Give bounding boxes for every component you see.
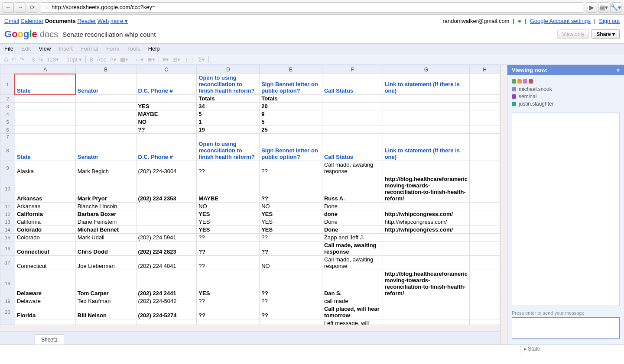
cell[interactable] <box>75 110 136 118</box>
cell[interactable]: ?? <box>260 161 322 175</box>
cell[interactable]: (202) 224 2353 <box>136 175 197 203</box>
spreadsheet-grid[interactable]: ABCDEFGH1StateSenatorD.C. Phone #Open to… <box>0 65 500 325</box>
cell[interactable]: ?? <box>197 319 260 325</box>
cell[interactable] <box>15 110 75 118</box>
cell[interactable]: Open to using reconciliation to finish h… <box>197 74 260 95</box>
cell[interactable]: State <box>15 74 75 95</box>
cell[interactable]: ?? <box>197 161 260 175</box>
cell[interactable]: (202) 224-5042 <box>136 297 197 305</box>
cell[interactable] <box>136 226 197 234</box>
cell[interactable] <box>15 103 75 110</box>
document-title[interactable]: Senate reconciliation whip count <box>62 31 156 38</box>
cell[interactable]: Sign Bennet letter on public option? <box>260 74 322 95</box>
chat-input[interactable] <box>512 317 620 339</box>
cell[interactable] <box>383 134 469 140</box>
page-menu-button[interactable]: ▤▾ <box>598 2 609 13</box>
cell[interactable]: Sign Bennet letter on public option? <box>260 140 322 161</box>
cell[interactable] <box>75 95 136 103</box>
cell[interactable]: Mark Pryor <box>75 175 136 203</box>
cell[interactable] <box>383 110 469 118</box>
cell[interactable] <box>470 74 500 95</box>
cell[interactable]: Call made, awaiting response <box>322 256 383 270</box>
back-button[interactable]: ← <box>3 2 14 13</box>
cell[interactable] <box>383 118 469 126</box>
cell[interactable] <box>136 95 197 103</box>
reload-button[interactable]: ⟳ <box>27 2 38 13</box>
cell[interactable]: NO <box>136 118 197 126</box>
cell[interactable] <box>75 118 136 126</box>
google-docs-logo[interactable]: Google docs <box>4 29 58 40</box>
cell[interactable]: http://whipcongress.com/ <box>383 226 469 234</box>
cell[interactable] <box>322 103 383 110</box>
cell[interactable]: Russ A. <box>322 175 383 203</box>
cell[interactable]: YES <box>260 226 322 234</box>
cell[interactable]: Link to statement (if there is one) <box>383 74 469 95</box>
cell[interactable] <box>197 134 260 140</box>
cell[interactable]: Done <box>322 218 383 226</box>
cell[interactable]: http://blog.healthcareforameric moving-t… <box>383 270 469 297</box>
cell[interactable]: Call made, awaiting response <box>322 242 383 256</box>
cell[interactable]: NO <box>260 203 322 210</box>
cell[interactable] <box>383 319 469 325</box>
cell[interactable] <box>15 126 75 134</box>
cell[interactable]: D.C. Phone # <box>136 74 197 95</box>
cell[interactable]: Colorado <box>15 226 75 234</box>
cell[interactable] <box>470 210 500 218</box>
cell[interactable] <box>470 234 500 242</box>
cell[interactable]: ?? <box>260 270 322 297</box>
viewer-item[interactable]: justin.slaughter <box>512 101 620 107</box>
cell[interactable]: http://whipcongress.com/ <box>383 218 469 226</box>
cell[interactable]: Chris Dodd <box>75 242 136 256</box>
row-header[interactable]: 15 <box>0 234 15 242</box>
cell[interactable] <box>470 161 500 175</box>
wrench-button[interactable]: 🔧▾ <box>610 2 621 13</box>
cell[interactable]: http://blog.healthcareforameric moving-t… <box>383 175 469 203</box>
cell[interactable] <box>470 103 500 110</box>
cell[interactable]: (202) 224-5274 <box>136 305 197 319</box>
cell[interactable] <box>75 103 136 110</box>
cell[interactable] <box>322 118 383 126</box>
cell[interactable]: Call placed, will hear tomorrow <box>322 305 383 319</box>
menu-help[interactable]: Help <box>148 45 160 52</box>
viewer-item[interactable]: seminal <box>512 93 620 100</box>
cell[interactable]: California <box>15 218 75 226</box>
cell[interactable] <box>470 297 500 305</box>
cell[interactable]: Dan S. <box>322 270 383 297</box>
cell[interactable] <box>470 126 500 134</box>
row-header[interactable]: 16 <box>0 242 15 256</box>
column-header[interactable]: G <box>383 65 469 74</box>
cell[interactable] <box>136 218 197 226</box>
cell[interactable]: ?? <box>260 175 322 203</box>
column-header[interactable]: H <box>470 65 500 74</box>
share-button[interactable]: Share ▾ <box>592 29 620 39</box>
forward-button[interactable]: → <box>15 2 26 13</box>
cell[interactable]: 5 <box>260 118 322 126</box>
row-header[interactable]: 13 <box>0 218 15 226</box>
cell[interactable]: (202) 224 5941 <box>136 234 197 242</box>
cell[interactable]: Delaware <box>15 270 75 297</box>
cell[interactable]: ?? <box>136 126 197 134</box>
cell[interactable]: 34 <box>197 103 260 110</box>
row-header[interactable]: 11 <box>0 203 15 210</box>
cell[interactable]: YES <box>260 218 322 226</box>
row-header[interactable]: 17 <box>0 256 15 270</box>
cell[interactable]: Mark Begich <box>75 161 136 175</box>
cell[interactable]: ?? <box>197 234 260 242</box>
cell[interactable]: ?? <box>260 305 322 319</box>
cell[interactable] <box>470 118 500 126</box>
cell[interactable] <box>322 134 383 140</box>
cell[interactable]: Done <box>322 226 383 234</box>
cell[interactable]: Connecticut <box>15 242 75 256</box>
cell[interactable] <box>260 134 322 140</box>
cell[interactable] <box>383 203 469 210</box>
cell[interactable]: Done <box>322 203 383 210</box>
cell[interactable] <box>470 256 500 270</box>
cell[interactable]: ?? <box>260 319 322 325</box>
vertical-scrollbar[interactable] <box>500 65 507 345</box>
cell[interactable]: YES <box>197 226 260 234</box>
cell[interactable]: 5 <box>197 110 260 118</box>
viewer-item[interactable]: michael.snook <box>512 86 620 92</box>
column-header[interactable]: E <box>260 65 322 74</box>
url-bar[interactable]: ☆ http://spreadsheets.google.com/ccc?key… <box>41 2 583 13</box>
cell[interactable]: 19 <box>197 126 260 134</box>
